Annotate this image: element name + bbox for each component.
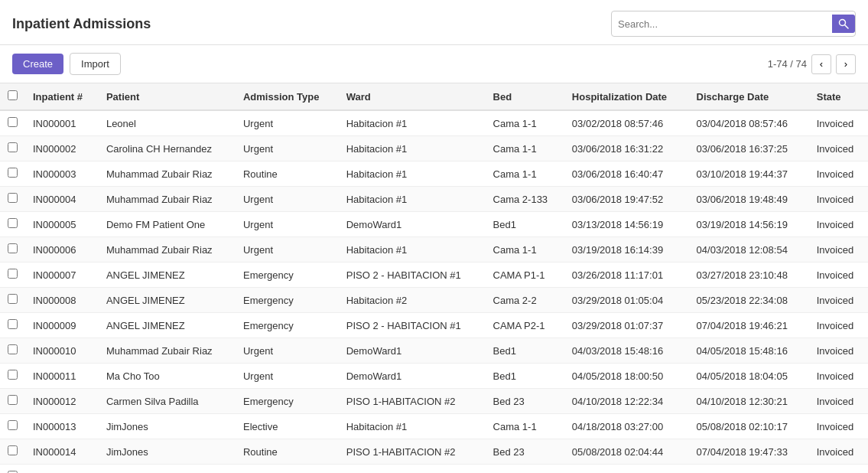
- search-button[interactable]: [832, 15, 855, 33]
- cell-ward: DemoWard1: [339, 212, 486, 237]
- table-row[interactable]: IN000002 Carolina CH Hernandez Urgent Ha…: [0, 136, 868, 161]
- cell-inpatient-num: IN000010: [25, 338, 99, 364]
- cell-admission-type: Emergency: [236, 263, 339, 288]
- cell-patient: Leonel: [99, 110, 236, 136]
- toolbar: Create Import 1-74 / 74 ‹ ›: [0, 45, 868, 83]
- search-input[interactable]: [618, 18, 832, 30]
- row-checkbox[interactable]: [8, 142, 18, 152]
- state-badge: Invoiced: [817, 168, 853, 180]
- admissions-table: Inpatient # Patient Admission Type Ward …: [0, 83, 868, 473]
- table-row[interactable]: IN000005 Demo FM Patient One Urgent Demo…: [0, 212, 868, 237]
- cell-inpatient-num: IN000015: [25, 465, 99, 474]
- cell-admission-type: Urgent: [236, 110, 339, 136]
- state-badge: Invoiced: [817, 320, 853, 331]
- row-checkbox-cell: [0, 288, 25, 313]
- pagination-next[interactable]: ›: [836, 54, 856, 74]
- cell-admission-type: Routine: [236, 465, 339, 474]
- row-checkbox[interactable]: [8, 168, 18, 178]
- row-checkbox[interactable]: [8, 395, 18, 405]
- import-button[interactable]: Import: [70, 53, 121, 75]
- cell-bed: Bed1: [486, 364, 564, 389]
- row-checkbox[interactable]: [8, 243, 18, 253]
- cell-disc-date: 04/03/2018 12:08:54: [689, 237, 809, 263]
- page-title: Inpatient Admissions: [12, 16, 611, 32]
- row-checkbox-cell: [0, 212, 25, 237]
- row-checkbox[interactable]: [8, 344, 18, 354]
- cell-patient: JimJones: [99, 414, 236, 439]
- table-row[interactable]: IN000001 Leonel Urgent Habitacion #1 Cam…: [0, 110, 868, 136]
- col-admission-type: Admission Type: [236, 83, 339, 110]
- cell-hosp-date: 03/13/2018 14:56:19: [564, 212, 689, 237]
- cell-patient: JimJones: [99, 439, 236, 465]
- row-checkbox[interactable]: [8, 218, 18, 228]
- state-badge: Invoiced: [817, 269, 853, 281]
- col-checkbox: [0, 83, 25, 110]
- table-body: IN000001 Leonel Urgent Habitacion #1 Cam…: [0, 110, 868, 473]
- table-row[interactable]: IN000008 ANGEL JIMENEZ Emergency Habitac…: [0, 288, 868, 313]
- cell-state: Invoiced: [809, 389, 868, 414]
- row-checkbox-cell: [0, 465, 25, 474]
- cell-inpatient-num: IN000012: [25, 389, 99, 414]
- table-row[interactable]: IN000004 Muhammad Zubair Riaz Urgent Hab…: [0, 187, 868, 212]
- cell-inpatient-num: IN000009: [25, 313, 99, 338]
- cell-hosp-date: 03/02/2018 08:57:46: [564, 110, 689, 136]
- table-row[interactable]: IN000003 Muhammad Zubair Riaz Routine Ha…: [0, 161, 868, 187]
- cell-patient: ANGEL JIMENEZ: [99, 263, 236, 288]
- table-row[interactable]: IN000011 Ma Cho Too Urgent DemoWard1 Bed…: [0, 364, 868, 389]
- table-row[interactable]: IN000013 JimJones Elective Habitacion #1…: [0, 414, 868, 439]
- table-row[interactable]: IN000009 ANGEL JIMENEZ Emergency PISO 2 …: [0, 313, 868, 338]
- cell-disc-date: 07/04/2018 19:46:21: [689, 313, 809, 338]
- cell-state: Invoiced: [809, 338, 868, 364]
- cell-inpatient-num: IN000004: [25, 187, 99, 212]
- table-row[interactable]: IN000012 Carmen Silva Padilla Emergency …: [0, 389, 868, 414]
- row-checkbox[interactable]: [8, 117, 18, 127]
- create-button[interactable]: Create: [12, 54, 63, 74]
- cell-disc-date: 03/04/2018 08:57:46: [689, 110, 809, 136]
- cell-disc-date: 03/27/2018 23:10:48: [689, 263, 809, 288]
- row-checkbox-cell: [0, 439, 25, 465]
- row-checkbox-cell: [0, 110, 25, 136]
- cell-ward: Habitacion #1: [339, 187, 486, 212]
- table-row[interactable]: IN000015 Lucas Silva Borges Routine Demo…: [0, 465, 868, 474]
- row-checkbox[interactable]: [8, 319, 18, 329]
- cell-bed: Cama 1-1: [486, 414, 564, 439]
- cell-state: Invoiced: [809, 364, 868, 389]
- table-row[interactable]: IN000010 Muhammad Zubair Riaz Urgent Dem…: [0, 338, 868, 364]
- cell-admission-type: Urgent: [236, 212, 339, 237]
- row-checkbox-cell: [0, 187, 25, 212]
- cell-bed: CAMA P1-1: [486, 263, 564, 288]
- row-checkbox[interactable]: [8, 420, 18, 430]
- table-row[interactable]: IN000007 ANGEL JIMENEZ Emergency PISO 2 …: [0, 263, 868, 288]
- row-checkbox[interactable]: [8, 445, 18, 455]
- cell-admission-type: Emergency: [236, 288, 339, 313]
- col-hosp-date: Hospitalization Date: [564, 83, 689, 110]
- row-checkbox[interactable]: [8, 269, 18, 279]
- select-all-checkbox[interactable]: [8, 90, 18, 100]
- cell-bed: Bed 23: [486, 389, 564, 414]
- table-header: Inpatient # Patient Admission Type Ward …: [0, 83, 868, 110]
- row-checkbox-cell: [0, 414, 25, 439]
- cell-disc-date: 05/09/2018 18:53:09: [689, 465, 809, 474]
- row-checkbox[interactable]: [8, 294, 18, 304]
- row-checkbox[interactable]: [8, 370, 18, 380]
- cell-state: Invoiced: [809, 465, 868, 474]
- col-state: State: [809, 83, 868, 110]
- table-row[interactable]: IN000006 Muhammad Zubair Riaz Urgent Hab…: [0, 237, 868, 263]
- cell-disc-date: 05/08/2018 02:10:17: [689, 414, 809, 439]
- cell-ward: Habitacion #1: [339, 237, 486, 263]
- cell-admission-type: Emergency: [236, 313, 339, 338]
- cell-hosp-date: 03/06/2018 16:31:22: [564, 136, 689, 161]
- col-ward: Ward: [339, 83, 486, 110]
- cell-bed: Cama 2-2: [486, 288, 564, 313]
- row-checkbox-cell: [0, 338, 25, 364]
- table-row[interactable]: IN000014 JimJones Routine PISO 1-HABITAC…: [0, 439, 868, 465]
- cell-ward: Habitacion #1: [339, 414, 486, 439]
- pagination-prev[interactable]: ‹: [811, 54, 831, 74]
- cell-disc-date: 03/06/2018 19:48:49: [689, 187, 809, 212]
- cell-admission-type: Elective: [236, 414, 339, 439]
- row-checkbox[interactable]: [8, 193, 18, 203]
- col-bed: Bed: [486, 83, 564, 110]
- cell-bed: Bed1: [486, 212, 564, 237]
- cell-state: Invoiced: [809, 439, 868, 465]
- cell-bed: Cama 2-133: [486, 187, 564, 212]
